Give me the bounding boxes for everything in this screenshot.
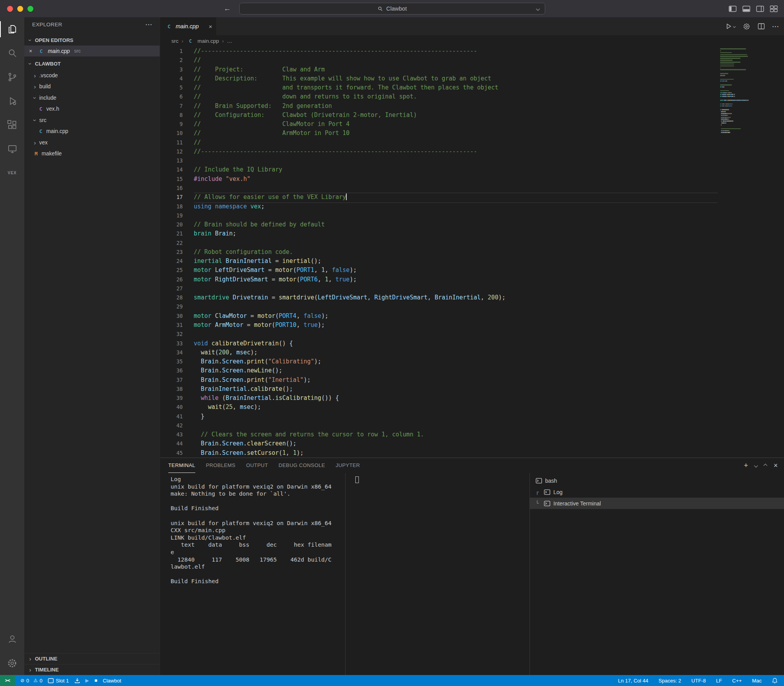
tree-item-vex[interactable]: ›vex [24,137,160,148]
code-line-31[interactable]: 31motor ArmMotor = motor(PORT10, true); [160,321,718,330]
run-file-button[interactable] [725,22,735,30]
tree-item-main-cpp[interactable]: Cmain.cpp [24,126,160,137]
navigate-back-icon[interactable]: ← [224,4,231,13]
activity-search[interactable] [0,41,24,65]
terminal-dropdown-icon[interactable] [754,463,758,467]
minimap[interactable] [718,47,782,458]
split-editor-icon[interactable] [758,23,765,30]
code-line-6[interactable]: 6// down and returns to its original spo… [160,92,718,101]
activity-run-debug[interactable] [0,89,24,113]
code-line-42[interactable]: 42 [160,421,718,430]
code-line-19[interactable]: 19 [160,211,718,220]
outline-section-header[interactable]: › OUTLINE [24,653,160,664]
close-tab-icon[interactable]: × [209,23,212,30]
minimize-window-button[interactable] [17,6,23,12]
breadcrumb-symbol[interactable]: … [227,38,233,44]
code-line-17[interactable]: 17// Allows for easier use of the VEX Li… [160,193,718,202]
eol-status[interactable]: LF [716,678,722,684]
code-line-4[interactable]: 4// Description: This example will show … [160,74,718,83]
code-line-8[interactable]: 8// Configuration: Clawbot (Drivetrain 2… [160,111,718,120]
maximize-panel-icon[interactable] [764,463,768,467]
close-icon[interactable]: × [29,48,35,54]
code-line-29[interactable]: 29 [160,302,718,311]
code-line-24[interactable]: 24inertial BrainInertial = inertial(); [160,257,718,266]
terminal-item-log[interactable]: ┌Log [530,486,784,498]
code-line-10[interactable]: 10// ArmMotor in Port 10 [160,129,718,138]
terminal-item-interactive-terminal[interactable]: └Interactive Terminal [530,498,784,509]
code-line-38[interactable]: 38 BrainInertial.calibrate(); [160,385,718,394]
code-line-39[interactable]: 39 while (BrainInertial.isCalibrating())… [160,394,718,403]
code-line-1[interactable]: 1//-------------------------------------… [160,47,718,56]
configure-gear-icon[interactable] [743,23,750,30]
panel-tab-jupyter[interactable]: JUPYTER [336,458,360,473]
settings-button[interactable] [0,651,24,675]
problems-status[interactable]: ⊘ 0 ⚠ 0 [20,678,42,684]
close-panel-icon[interactable]: × [773,462,778,470]
activity-source-control[interactable] [0,65,24,89]
code-line-2[interactable]: 2// [160,56,718,65]
code-line-34[interactable]: 34 wait(200, msec); [160,348,718,357]
panel-tab-terminal[interactable]: TERMINAL [168,458,195,473]
breadcrumb-file[interactable]: main.cpp [198,38,219,44]
code-line-11[interactable]: 11// [160,138,718,147]
code-line-41[interactable]: 41 } [160,412,718,421]
code-line-14[interactable]: 14// Include the IQ Library [160,165,718,174]
activity-extensions[interactable] [0,113,24,137]
code-line-33[interactable]: 33void calibrateDrivetrain() { [160,339,718,348]
code-line-36[interactable]: 36 Brain.Screen.newLine(); [160,366,718,375]
code-line-44[interactable]: 44 Brain.Screen.clearScreen(); [160,439,718,448]
code-line-37[interactable]: 37 Brain.Screen.print("Inertial"); [160,376,718,385]
stop-program-button[interactable]: ■ [95,678,97,683]
tree-item-vex-h[interactable]: Cvex.h [24,104,160,115]
open-editors-header[interactable]: › OPEN EDITORS [24,35,160,46]
code-line-13[interactable]: 13 [160,156,718,165]
code-line-23[interactable]: 23// Robot configuration code. [160,248,718,257]
activity-explorer[interactable] [0,17,24,41]
code-line-45[interactable]: 45 Brain.Screen.setCursor(1, 1); [160,449,718,458]
fullscreen-window-button[interactable] [27,6,33,12]
code-line-28[interactable]: 28smartdrive Drivetrain = smartdrive(Lef… [160,293,718,302]
indentation-status[interactable]: Spaces: 2 [658,678,681,684]
code-line-9[interactable]: 9// ClawMotor in Port 4 [160,120,718,129]
code-line-22[interactable]: 22 [160,239,718,248]
project-status-label[interactable]: Clawbot [103,678,121,684]
code-line-30[interactable]: 30motor ClawMotor = motor(PORT4, false); [160,312,718,321]
code-line-25[interactable]: 25motor LeftDriveSmart = motor(PORT1, 1,… [160,266,718,275]
timeline-section-header[interactable]: › TIMELINE [24,664,160,675]
run-program-button[interactable]: ▶ [85,678,89,683]
code-line-26[interactable]: 26motor RightDriveSmart = motor(PORT6, 1… [160,275,718,284]
activity-vex[interactable]: VEX [0,161,24,185]
notifications-bell-icon[interactable] [772,678,778,684]
code-line-12[interactable]: 12//------------------------------------… [160,147,718,156]
code-line-32[interactable]: 32 [160,330,718,339]
cursor-position[interactable]: Ln 17, Col 44 [618,678,648,684]
tree-item-build[interactable]: ›build [24,81,160,93]
slot-selector[interactable]: Slot 1 [48,678,69,684]
code-line-40[interactable]: 40 wait(25, msec); [160,403,718,412]
encoding-status[interactable]: UTF-8 [691,678,706,684]
code-editor[interactable]: 1//-------------------------------------… [160,47,718,458]
more-actions-icon[interactable]: ··· [772,23,779,30]
new-terminal-icon[interactable]: + [744,461,748,470]
breadcrumb-folder[interactable]: src [171,38,178,44]
panel-tab-output[interactable]: OUTPUT [246,458,268,473]
code-line-16[interactable]: 16 [160,184,718,193]
terminal-item-bash[interactable]: bash [530,475,784,486]
remote-indicator[interactable]: >< [0,675,15,686]
terminal-output-pane[interactable]: Log unix build for platform vexiq2 on Da… [160,473,346,675]
code-line-5[interactable]: 5// and transports it forward. The Clawb… [160,83,718,92]
customize-layout-icon[interactable] [770,5,778,12]
toggle-secondary-sidebar-icon[interactable] [756,5,764,12]
more-actions-icon[interactable]: ··· [146,21,153,28]
platform-status[interactable]: Mac [752,678,762,684]
code-line-21[interactable]: 21brain Brain; [160,229,718,238]
language-mode[interactable]: C++ [732,678,742,684]
tab-main-cpp[interactable]: C main.cpp × [160,17,216,35]
interactive-terminal-pane[interactable] [346,473,530,675]
tree-item--vscode[interactable]: ›.vscode [24,70,160,81]
activity-remote-explorer[interactable] [0,137,24,161]
tree-item-makefile[interactable]: Mmakefile [24,148,160,160]
open-editor-item-main-cpp[interactable]: × C main.cpp src [24,46,160,57]
code-line-15[interactable]: 15#include "vex.h" [160,175,718,184]
toggle-primary-sidebar-icon[interactable] [729,5,737,12]
